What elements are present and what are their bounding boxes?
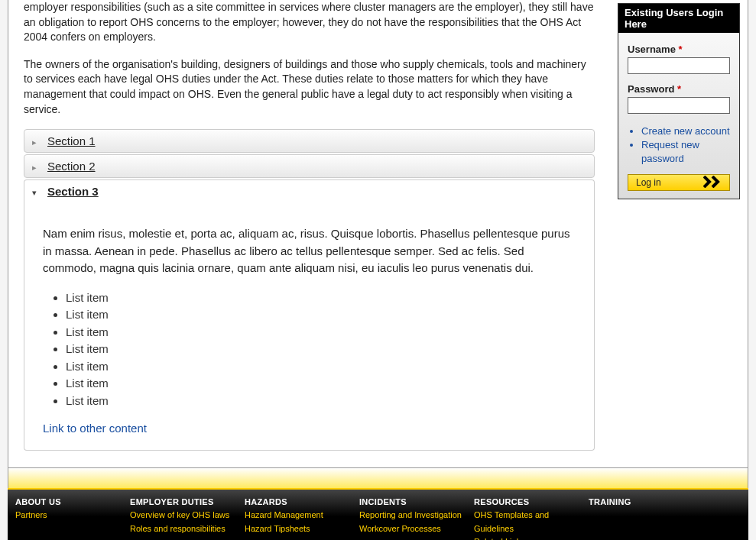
- footer-heading: RESOURCES: [474, 497, 586, 506]
- content-link[interactable]: Link to other content: [43, 422, 147, 435]
- intro-paragraph-2: The owners of the organisation's buildin…: [24, 57, 595, 117]
- chevrons-right-icon: [703, 176, 726, 188]
- list-item: List item: [66, 375, 576, 393]
- footer-heading: ABOUT US: [15, 497, 127, 506]
- list-item: List item: [66, 324, 576, 341]
- list-item: List item: [66, 393, 576, 410]
- footer-link[interactable]: Related Links: [474, 535, 586, 540]
- password-label: Password *: [628, 83, 730, 95]
- footer-link[interactable]: Roles and responsibilities: [130, 522, 242, 536]
- footer-link[interactable]: Workcover Processes: [359, 522, 471, 536]
- chevron-down-icon: [32, 186, 37, 198]
- password-input[interactable]: [628, 97, 730, 114]
- footer-link[interactable]: OHS Templates and Guidelines: [474, 509, 586, 535]
- login-button[interactable]: Log in: [628, 174, 730, 191]
- create-account-link[interactable]: Create new account: [641, 125, 730, 137]
- section-list: List item List item List item List item …: [66, 289, 576, 410]
- footer-heading: EMPLOYER DUTIES: [130, 497, 242, 506]
- footer-link[interactable]: Overview of key OHS laws: [130, 509, 242, 522]
- accordion-body: Nam enim risus, molestie et, porta ac, a…: [24, 202, 595, 451]
- footer-link[interactable]: Reporting and Investigation: [359, 509, 471, 522]
- username-label: Username *: [628, 44, 730, 55]
- accordion-title: Section 2: [47, 160, 96, 173]
- list-item: List item: [66, 289, 576, 307]
- footer-link[interactable]: Partners: [15, 509, 127, 522]
- accordion-section-1[interactable]: Section 1: [24, 129, 595, 153]
- login-button-label: Log in: [636, 177, 661, 188]
- accordion-title: Section 1: [47, 134, 96, 147]
- footer-link[interactable]: Hazard Tipsheets: [245, 522, 356, 536]
- chevron-right-icon: [32, 135, 37, 147]
- footer-heading: HAZARDS: [245, 497, 356, 506]
- accordion-section-2[interactable]: Section 2: [24, 154, 595, 178]
- accordion-title: Section 3: [47, 185, 99, 198]
- chevron-right-icon: [32, 160, 37, 173]
- list-item: List item: [66, 341, 576, 358]
- username-input[interactable]: [628, 57, 730, 74]
- accordion-section-3[interactable]: Section 3: [24, 179, 595, 202]
- request-password-link[interactable]: Request new password: [641, 139, 699, 164]
- login-title: Existing Users Login Here: [618, 4, 739, 33]
- footer-heading: INCIDENTS: [359, 497, 471, 506]
- section-paragraph: Nam enim risus, molestie et, porta ac, a…: [43, 225, 576, 277]
- footer-link[interactable]: Hazard Management: [245, 509, 356, 522]
- intro-paragraph-1: employer responsibilities (such as a sit…: [24, 0, 595, 45]
- footer-heading: TRAINING: [589, 497, 700, 506]
- footer: ABOUT US Partners EMPLOYER DUTIES Overvi…: [8, 488, 748, 540]
- list-item: List item: [66, 306, 576, 324]
- footer-divider: [8, 468, 748, 488]
- login-box: Existing Users Login Here Username * Pas…: [618, 3, 740, 199]
- list-item: List item: [66, 358, 576, 376]
